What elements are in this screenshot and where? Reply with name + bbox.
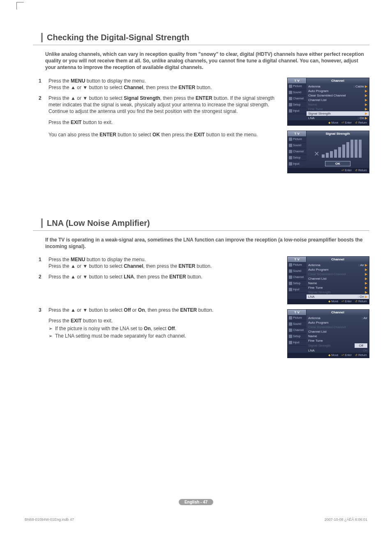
osd-row-lna: LNA: On — [308, 348, 367, 353]
osd-side-picture: Picture — [288, 262, 307, 268]
osd-side-input: Input — [288, 108, 307, 114]
osd-channel-air-lna: T V Channel Picture Sound Channel Setup … — [287, 256, 369, 304]
osd-row-name: Name▶ — [308, 281, 367, 285]
input-icon — [289, 162, 292, 166]
step-1: 1 Press the MENU button to display the m… — [39, 78, 280, 91]
sound-icon — [289, 269, 292, 273]
osd-row-auto: Auto Program — [308, 320, 367, 325]
osd-row-auto: Auto Program▶ — [308, 89, 367, 93]
setup-icon — [289, 156, 292, 159]
section1-steps: 1 Press the MENU button to display the m… — [39, 78, 280, 173]
off-pill: Off — [355, 343, 367, 348]
note-exit: Press the EXIT button to exit. — [48, 119, 280, 126]
osd-main: Antenna: Air▶ Auto Program▶ Clear Scramb… — [307, 262, 369, 299]
bullet-2: ➢ The LNA setting must be made separatel… — [48, 333, 280, 339]
setup-icon — [289, 335, 292, 338]
osd-title: Channel — [307, 257, 369, 262]
osd-row-ss: Signal Strength▶ — [308, 290, 367, 294]
osd-side-setup: Setup — [288, 333, 307, 340]
osd-row-auto: Auto Program▶ — [308, 267, 367, 272]
step-text: Press the MENU button to display the men… — [48, 256, 280, 269]
section2-intro: If the TV is operating in a weak-signal … — [45, 237, 369, 250]
osd-side-setup: Setup — [288, 280, 307, 287]
arrow-icon: ▶ — [365, 268, 367, 271]
osd-row-fine: Fine Tune▶ — [308, 285, 367, 290]
osd-row-clear: Clear Scrambled Channel — [308, 325, 367, 329]
osd-side-channel: Channel — [288, 96, 307, 102]
osd-main: Antenna: Air Auto Program Clear Scramble… — [307, 315, 369, 353]
osd-row-clist: Channel List — [308, 329, 367, 334]
osd-row-name: Name — [308, 334, 367, 338]
osd-signal-strength: T V Signal Strength Picture Sound Channe… — [287, 131, 369, 173]
picture-icon — [289, 138, 292, 141]
osd-side-channel: Channel — [288, 327, 307, 333]
section2-body: 1 Press the MENU button to display the m… — [39, 256, 369, 358]
osd-row-antenna: Antenna: Air — [308, 316, 367, 320]
osd-sidebar: Picture Sound Channel Setup Input — [288, 83, 307, 120]
osd-row-lna: LNA: On▶ — [308, 116, 367, 120]
osd-side-input: Input — [288, 161, 307, 167]
crop-mark — [16, 2, 24, 9]
arrow-icon: ▶ — [365, 98, 367, 102]
osd-sidebar: Picture Sound Channel Setup Input — [288, 136, 307, 168]
arrow-icon: ▶ — [365, 277, 367, 280]
osd-side-input: Input — [288, 287, 307, 293]
footer-left: BN68-01094W-01Eng.indb 47 — [25, 517, 74, 522]
osd-tv-label: T V — [288, 131, 307, 136]
ok-button[interactable]: OK — [325, 161, 350, 166]
setup-icon — [289, 282, 292, 285]
osd-row-ss: Signal StrengthOff — [308, 343, 367, 348]
osd-side-setup: Setup — [288, 102, 307, 108]
picture-icon — [289, 316, 292, 320]
osd-side-picture: Picture — [288, 136, 307, 143]
arrow-icon: ▶ — [365, 116, 367, 120]
arrow-icon: ▶ — [365, 112, 367, 115]
step-text: Press the ▲ or ▼ button to select Off or… — [48, 307, 280, 313]
step-text: Press the MENU button to display the men… — [48, 78, 280, 91]
arrow-icon: ▶ — [365, 85, 367, 88]
osd-main: Antenna: Cable▶ Auto Program▶ Clear Scra… — [307, 83, 369, 120]
osd-row-fine: Fine Tune — [308, 338, 367, 343]
step-num: 2 — [39, 274, 48, 280]
osd-row-clear: Clear Scrambled Channel▶ — [308, 93, 367, 98]
osd-row-fine: Fine Tune▶ — [308, 107, 367, 111]
arrow-icon: ▶ — [365, 103, 367, 106]
osd-side-input: Input — [288, 340, 307, 346]
section2-steps: 1 Press the MENU button to display the m… — [39, 256, 280, 358]
osd-title: Channel — [307, 78, 369, 83]
osd-side-setup: Setup — [288, 155, 307, 161]
osd-side-sound: Sound — [288, 143, 307, 149]
osd-channel-cable: T V Channel Picture Sound Channel Setup … — [287, 78, 369, 126]
arrow-icon: ▶ — [365, 107, 367, 111]
arrow-icon: ▶ — [365, 281, 367, 285]
step-num: 1 — [39, 256, 48, 269]
bullet-icon: ➢ — [48, 326, 53, 331]
osd-row-clist: Channel List▶ — [308, 98, 367, 102]
osd-footer: ⏎ Enter ↺ Return — [288, 168, 369, 173]
section1-body: 1 Press the MENU button to display the m… — [39, 78, 369, 173]
section1-intro: Unlike analog channels, which can vary i… — [45, 51, 369, 71]
arrow-icon: ▶ — [365, 94, 367, 97]
picture-icon — [289, 85, 292, 88]
channel-icon — [289, 276, 292, 279]
channel-icon — [289, 150, 292, 153]
osd-stack-1: T V Channel Picture Sound Channel Setup … — [287, 78, 369, 173]
osd-footer: ◆ Move ⏎ Enter ↺ Return — [288, 353, 369, 358]
page-content: Checking the Digital-Signal Strength Unl… — [0, 0, 392, 358]
footer-right: 2007-10-08 ¿ÀÈÄ 6:06:01 — [324, 517, 367, 522]
osd-side-picture: Picture — [288, 315, 307, 321]
osd-side-sound: Sound — [288, 90, 307, 96]
arrow-icon: ▶ — [365, 290, 367, 294]
arrow-icon: ▶ — [365, 286, 367, 290]
osd-side-channel: Channel — [288, 149, 307, 155]
input-icon — [289, 341, 292, 344]
osd-row-selected-ss: Signal Strength▶ — [307, 111, 369, 116]
channel-icon — [289, 97, 292, 100]
input-icon — [289, 109, 292, 113]
osd-sidebar: Picture Sound Channel Setup Input — [288, 262, 307, 299]
step-num: 2 — [39, 95, 48, 115]
antenna-icon: ✕ — [314, 150, 319, 158]
osd-row-selected-lna: LNA: On▶ — [307, 294, 369, 299]
channel-icon — [289, 329, 292, 332]
step-2: 2 Press the ▲ or ▼ button to select LNA,… — [39, 274, 280, 280]
